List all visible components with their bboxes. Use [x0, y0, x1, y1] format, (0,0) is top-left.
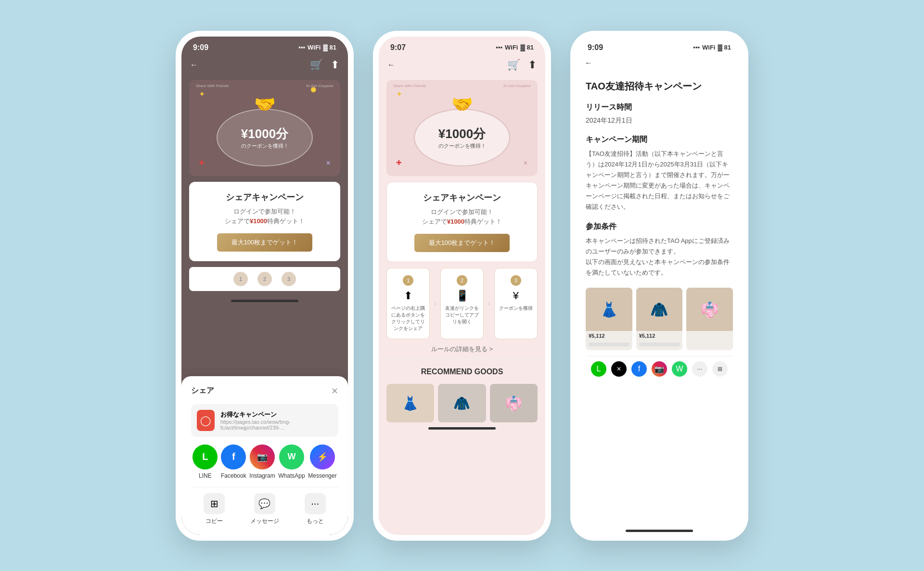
share-ig-icon[interactable]: 📷: [652, 361, 667, 377]
step-dot-1: 1: [233, 272, 248, 286]
status-icons-3: ▪▪▪ WiFi ▓ 81: [693, 44, 731, 51]
step-dot-2: 2: [257, 272, 272, 286]
copy-label: コピー: [205, 517, 223, 525]
section-title-period: キャンペーン期間: [586, 135, 733, 145]
share-app-messenger[interactable]: ⚡ Messenger: [308, 444, 336, 479]
section-content-conditions: 本キャンペーンは招待されたTAO Appにご登録済みのユーザーのみが参加できます…: [586, 236, 733, 278]
home-indicator-3: [626, 530, 693, 532]
status-time-2: 9:07: [390, 43, 406, 52]
product-bar-1: [589, 343, 629, 346]
step-indicators-1: 1 2 3: [189, 267, 340, 291]
rule-link[interactable]: ルールの詳細を見る >: [379, 345, 545, 354]
banner-area-2: Share With Friends To Get Coupons 🤝 ¥100…: [379, 76, 545, 182]
step-num-3: 3: [511, 275, 521, 286]
back-arrow-2[interactable]: ←: [387, 61, 395, 69]
home-indicator-1: [231, 300, 298, 302]
product-row-2: 👗 🧥 👘: [379, 384, 545, 422]
share-preview-url: https://pages.tao.co/wow/tmg-fc/act/tmwj…: [220, 419, 333, 431]
share-wa-icon[interactable]: W: [672, 361, 687, 377]
share-bar-3: L ✕ f 📷 W ··· ⊞: [586, 356, 733, 381]
detail-body: TAO友達招待キャンペーン リリース時間 2024年12月1日 キャンペーン期間…: [576, 72, 743, 525]
product-item-1[interactable]: 👗 ¥5,112: [586, 288, 632, 350]
share-line-icon[interactable]: L: [591, 361, 606, 377]
deco-plus-2: ✚: [396, 159, 402, 166]
product-thumb-3[interactable]: 👘: [490, 384, 538, 422]
share-icon-2[interactable]: ⬆: [528, 59, 537, 71]
share-utilities-row: ⊞ コピー 💬 メッセージ ··· もっと: [191, 487, 338, 525]
get-btn-1[interactable]: 最大100枚までゲット！: [217, 233, 313, 252]
back-arrow-1[interactable]: ←: [190, 61, 198, 69]
messenger-icon: ⚡: [310, 444, 335, 469]
share-x-icon[interactable]: ✕: [611, 361, 627, 377]
tao-logo-icon: ◯: [200, 415, 211, 426]
nav-icons-2: 🛒 ⬆: [507, 59, 537, 71]
step-num-2: 2: [457, 275, 467, 286]
battery-icon-2: ▓ 81: [520, 44, 534, 51]
share-util-message[interactable]: 💬 メッセージ: [250, 493, 279, 525]
share-fb-icon[interactable]: f: [631, 361, 647, 377]
campaign-title-1: シェアキャンペーン: [199, 191, 331, 203]
wifi-icon-2: WiFi: [505, 44, 518, 51]
product-thumb-1[interactable]: 👗: [386, 384, 434, 422]
campaign-card-2: シェアキャンペーン ログインで参加可能！ シェアで¥1000特典ゲット！ 最大1…: [386, 182, 538, 263]
cart-icon-2[interactable]: 🛒: [507, 59, 520, 71]
banner-circle-2: ¥1000分 のクーポンを獲得！: [414, 109, 510, 166]
wifi-icon-1: WiFi: [308, 44, 321, 51]
campaign-desc-1: ログインで参加可能！ シェアで¥1000特典ゲット！: [199, 207, 331, 227]
messenger-label: Messenger: [308, 472, 336, 479]
copy-icon: ⊞: [204, 493, 225, 514]
product-item-2[interactable]: 🧥 ¥5,112: [636, 288, 683, 350]
nav-bar-1: ← 🛒 ⬆: [181, 56, 348, 76]
detail-main-title: TAO友達招待キャンペーン: [586, 80, 733, 93]
share-icon-1[interactable]: ⬆: [331, 59, 339, 71]
product-price-2: ¥5,112: [636, 331, 683, 341]
share-app-instagram[interactable]: 📷 Instagram: [249, 444, 275, 479]
banner-subtitle-2: のクーポンを獲得！: [438, 142, 486, 150]
step-text-1: ページの右上隅にあるボタンをクリックしてリンクをシェア: [391, 305, 425, 332]
signal-icon-2: ▪▪▪: [496, 44, 502, 51]
share-more-icon[interactable]: ···: [692, 361, 707, 377]
status-icons-1: ▪▪▪ WiFi ▓ 81: [298, 44, 336, 51]
step-icon-3: ¥: [499, 290, 533, 302]
step-dot-3: 3: [282, 272, 296, 286]
share-preview-title: お得なキャンペーン: [220, 410, 333, 419]
back-arrow-3[interactable]: ←: [585, 59, 592, 67]
deco-coin-1: 🪙: [310, 87, 316, 92]
product-img-2: 🧥: [636, 288, 683, 331]
share-modal-title: シェア: [191, 386, 214, 396]
share-util-more[interactable]: ··· もっと: [305, 493, 326, 525]
instagram-label: Instagram: [249, 472, 275, 479]
banner-area-1: Share With Friends To Get Coupons 🤝 ¥100…: [181, 76, 348, 182]
wifi-icon-3: WiFi: [702, 44, 715, 51]
get-btn-2[interactable]: 最大100枚までゲット！: [414, 234, 510, 252]
status-time-3: 9:09: [588, 43, 603, 52]
status-icons-2: ▪▪▪ WiFi ▓ 81: [496, 44, 534, 51]
line-label: LINE: [199, 472, 212, 479]
share-app-facebook[interactable]: f Facebook: [221, 444, 246, 479]
battery-icon-1: ▓ 81: [323, 44, 336, 51]
status-bar-1: 9:09 ▪▪▪ WiFi ▓ 81: [181, 37, 348, 56]
section-title-release: リリース時間: [586, 102, 733, 113]
cart-icon-1[interactable]: 🛒: [310, 59, 323, 71]
banner-2: Share With Friends To Get Coupons 🤝 ¥100…: [386, 80, 538, 176]
more-label: もっと: [307, 517, 324, 525]
share-app-line[interactable]: L LINE: [192, 444, 218, 479]
deco-cross-2: ✕: [523, 160, 528, 166]
share-util-copy[interactable]: ⊞ コピー: [204, 493, 225, 525]
facebook-icon: f: [221, 444, 246, 469]
banner-subtitle-1: のクーポンを獲得！: [241, 142, 289, 150]
share-modal: シェア ✕ ◯ お得なキャンペーン https://pages.tao.co/w…: [181, 376, 348, 535]
signal-icon-1: ▪▪▪: [298, 44, 305, 51]
share-app-whatsapp[interactable]: W WhatsApp: [278, 444, 305, 479]
campaign-desc-2: ログインで参加可能！ シェアで¥1000特典ゲット！: [397, 207, 527, 228]
share-extra-icon[interactable]: ⊞: [712, 361, 728, 377]
share-apps-row: L LINE f Facebook 📷 Instagram: [191, 444, 338, 479]
product-thumb-2[interactable]: 🧥: [438, 384, 486, 422]
instagram-icon: 📷: [250, 444, 275, 469]
product-item-3[interactable]: 👘: [686, 288, 733, 350]
step-arrow-2: ›: [488, 268, 490, 339]
share-close-btn[interactable]: ✕: [331, 386, 338, 396]
section-content-period: 【TAO友達招待】活動（以下本キャンペーンと言う）は2024年12月1日から20…: [586, 149, 733, 213]
status-bar-3: 9:09 ▪▪▪ WiFi ▓ 81: [576, 37, 743, 56]
product-img-3: 👘: [686, 288, 733, 331]
